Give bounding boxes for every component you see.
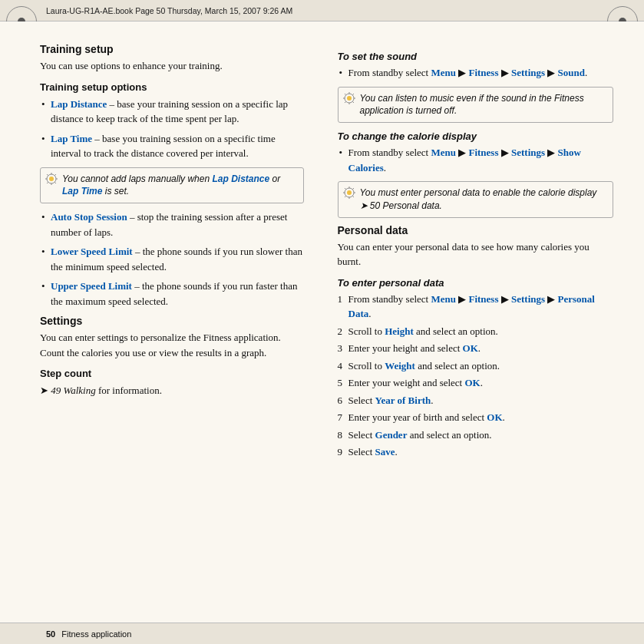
step-count-title: Step count bbox=[40, 368, 304, 379]
term-lap-time: Lap Time bbox=[51, 133, 92, 144]
bottom-bar-label: Fitness application bbox=[61, 629, 131, 639]
calorie-list: From standby select Menu ▶ Fitness ▶ Set… bbox=[338, 145, 614, 175]
training-options-list: Lap Distance – base your training sessio… bbox=[40, 97, 304, 161]
svg-line-25 bbox=[345, 188, 346, 190]
svg-line-18 bbox=[352, 101, 354, 103]
settings-body: You can enter settings to personalize th… bbox=[40, 330, 304, 360]
svg-line-16 bbox=[352, 94, 354, 95]
note-sound-text: You can listen to music even if the soun… bbox=[360, 93, 584, 117]
settings-title: Settings bbox=[40, 315, 304, 327]
training-options-list-2: Auto Stop Session – stop the training se… bbox=[40, 210, 304, 309]
training-setup-title: Training setup bbox=[40, 43, 304, 55]
svg-line-5 bbox=[47, 174, 48, 176]
top-bar-text: Laura-UG-R1A-AE.book Page 50 Thursday, M… bbox=[46, 6, 292, 15]
note-icon-3 bbox=[343, 187, 355, 199]
list-item: 5 Enter your weight and select OK. bbox=[338, 375, 614, 391]
bottom-bar: 50 Fitness application bbox=[0, 623, 644, 644]
svg-point-19 bbox=[347, 96, 352, 101]
note-lap-text: You cannot add laps manually when Lap Di… bbox=[62, 173, 280, 197]
enter-personal-title: To enter personal data bbox=[338, 277, 614, 289]
svg-point-29 bbox=[347, 190, 352, 195]
term-lap-distance: Lap Distance bbox=[51, 98, 107, 110]
left-column: Training setup You can use options to en… bbox=[0, 21, 322, 623]
svg-line-6 bbox=[55, 174, 57, 176]
step-count-num: 49 bbox=[51, 385, 61, 396]
sound-list: From standby select Menu ▶ Fitness ▶ Set… bbox=[338, 65, 614, 81]
term-upper-speed: Upper Speed Limit bbox=[51, 280, 132, 292]
svg-line-27 bbox=[345, 197, 346, 198]
term-lower-speed: Lower Speed Limit bbox=[51, 246, 133, 257]
svg-point-9 bbox=[49, 177, 54, 181]
list-item: 1 From standby select Menu ▶ Fitness ▶ S… bbox=[338, 292, 614, 322]
personal-data-title: Personal data bbox=[338, 224, 614, 236]
list-item: 6 Select Year of Birth. bbox=[338, 393, 614, 408]
list-item: Lower Speed Limit – the phone sounds if … bbox=[40, 244, 304, 274]
note-calorie-text: You must enter personal data to enable t… bbox=[360, 187, 597, 211]
svg-line-15 bbox=[345, 94, 346, 95]
calorie-title: To change the calorie display bbox=[338, 130, 614, 142]
list-item: From standby select Menu ▶ Fitness ▶ Set… bbox=[338, 65, 614, 81]
list-item: 8 Select Gender and select an option. bbox=[338, 428, 614, 443]
top-bar: Laura-UG-R1A-AE.book Page 50 Thursday, M… bbox=[0, 0, 644, 21]
list-item: 4 Scroll to Weight and select an option. bbox=[338, 358, 614, 374]
step-count-walking: Walking bbox=[64, 385, 96, 396]
term-auto-stop: Auto Stop Session bbox=[51, 211, 127, 223]
list-item: 2 Scroll to Height and select an option. bbox=[338, 324, 614, 339]
note-icon-2 bbox=[343, 92, 355, 104]
main-content: Training setup You can use options to en… bbox=[0, 21, 644, 623]
note-lap: You cannot add laps manually when Lap Di… bbox=[40, 167, 304, 204]
list-item: Lap Time – base you training session on … bbox=[40, 131, 304, 161]
training-setup-options-title: Training setup options bbox=[40, 81, 304, 93]
list-item: Upper Speed Limit – the phone sounds if … bbox=[40, 279, 304, 309]
step-count-ref: 49 Walking for information. bbox=[40, 383, 304, 398]
note-icon bbox=[45, 173, 58, 185]
training-setup-body: You can use options to enhance your trai… bbox=[40, 58, 304, 74]
list-item: Lap Distance – base your training sessio… bbox=[40, 97, 304, 127]
svg-line-7 bbox=[47, 182, 48, 183]
personal-data-body: You can enter your personal data to see … bbox=[338, 239, 614, 269]
svg-line-17 bbox=[345, 101, 346, 103]
note-calorie: You must enter personal data to enable t… bbox=[338, 181, 614, 218]
svg-line-26 bbox=[352, 188, 354, 190]
svg-line-28 bbox=[352, 197, 354, 198]
personal-data-steps: 1 From standby select Menu ▶ Fitness ▶ S… bbox=[338, 292, 614, 460]
page-number: 50 bbox=[46, 629, 55, 639]
step-count-suffix: for information. bbox=[96, 385, 162, 396]
list-item: 9 Select Save. bbox=[338, 444, 614, 460]
list-item: 7 Enter your year of birth and select OK… bbox=[338, 410, 614, 425]
right-column: To set the sound From standby select Men… bbox=[322, 21, 645, 623]
list-item: From standby select Menu ▶ Fitness ▶ Set… bbox=[338, 145, 614, 175]
note-sound: You can listen to music even if the soun… bbox=[338, 87, 614, 124]
list-item: Auto Stop Session – stop the training se… bbox=[40, 210, 304, 239]
svg-line-8 bbox=[55, 182, 57, 183]
sound-title: To set the sound bbox=[338, 51, 614, 62]
list-item: 3 Enter your height and select OK. bbox=[338, 341, 614, 356]
